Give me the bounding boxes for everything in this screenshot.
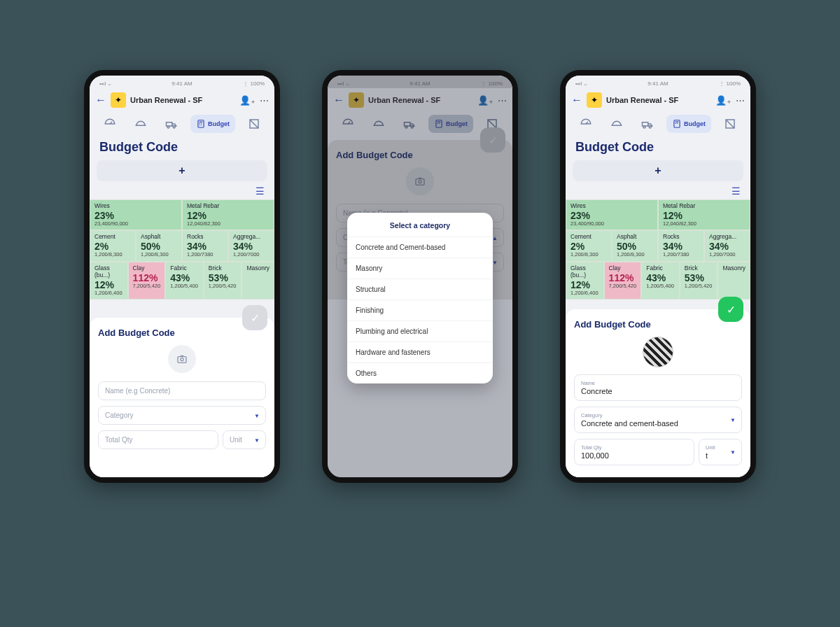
unit-field[interactable]: Unit▼ [223,430,266,449]
page-title: Budget Code [90,139,274,160]
category-field[interactable]: Category▼ [98,406,266,425]
tile-masonry[interactable]: Masonry [241,262,274,300]
back-icon[interactable]: ← [571,94,582,106]
svg-point-16 [649,126,651,128]
page-title: Budget Code [566,139,750,160]
more-icon[interactable]: ⋯ [260,95,269,106]
chevron-down-icon: ▼ [730,417,736,423]
category-option[interactable]: Hardware and fasteners [347,341,493,362]
status-time: 9:41 AM [566,80,750,87]
tile-rebar[interactable]: Metal Rebar12%12,040/82,300 [182,199,274,230]
category-option[interactable]: Masonry [347,258,493,279]
back-icon[interactable]: ← [95,94,106,106]
tile-clay[interactable]: Clay112%7,200/5,420 [128,262,166,300]
helmet-icon[interactable] [605,115,629,133]
status-time: 9:41 AM [90,80,274,87]
chevron-down-icon: ▼ [254,412,260,418]
tile-wires[interactable]: Wires23%23,400/90,000 [90,199,182,230]
gauge-icon[interactable] [98,115,122,133]
category-option[interactable]: Structural [347,279,493,300]
tile-fabric[interactable]: Fabric43%1,200/5,400 [165,262,204,300]
calculator-icon [196,119,206,129]
unit-field[interactable]: Unitt▼ [699,439,742,465]
budget-grid: Wires23%23,400/90,000 Metal Rebar12%12,0… [90,199,274,300]
truck-icon[interactable] [636,115,659,133]
status-bar: ••ıl ⌵ 9:41 AM ⋮100% [90,76,274,88]
app-header: ← ✦ Urban Renewal - SF 👤₊ ⋯ [90,88,274,112]
popup-title: Select a category [347,213,493,237]
tile-asphalt[interactable]: Asphalt50%1,200/8,300 [612,230,658,261]
material-thumbnail[interactable] [643,337,673,367]
tile-fabric[interactable]: Fabric43%1,200/5,400 [641,262,680,300]
add-button[interactable]: + [573,160,743,181]
tab-budget[interactable]: Budget [666,115,711,133]
tile-cement[interactable]: Cement2%1,200/8,300 [566,230,612,261]
tab-bar: Budget [566,112,750,139]
header-title: Urban Renewal - SF [130,96,235,104]
add-user-icon[interactable]: 👤₊ [715,95,732,106]
tile-clay[interactable]: Clay112%7,200/5,420 [604,262,642,300]
category-field[interactable]: CategoryConcrete and cement-based▼ [574,407,742,433]
helmet-icon[interactable] [129,115,153,133]
add-user-icon[interactable]: 👤₊ [239,95,255,106]
app-logo-icon: ✦ [587,92,602,108]
svg-rect-14 [643,122,648,126]
svg-point-1 [167,126,169,128]
bottom-sheet: ✓ Add Budget Code Name (e.g Concrete) Ca… [90,318,274,477]
camera-icon[interactable] [168,345,196,373]
gauge-icon[interactable] [574,115,598,133]
phone-screen-2: ••ıl ⌵ 9:41 AM ⋮100% ← ✦ Urban Renewal -… [322,70,518,483]
tile-asphalt[interactable]: Asphalt50%1,200/8,300 [136,230,182,261]
tile-glass[interactable]: Glass (bu...)12%1,200/6,400 [566,262,604,300]
list-view-icon[interactable]: ☰ [732,185,741,197]
add-button[interactable]: + [97,160,267,181]
tile-brick[interactable]: Brick53%1,200/5,420 [680,262,718,300]
tile-brick[interactable]: Brick53%1,200/5,420 [204,262,242,300]
tile-rocks[interactable]: Rocks34%1,200/7380 [658,230,704,261]
tile-agg[interactable]: Aggrega...34%1,200/7000 [704,230,750,261]
phone-screen-3: ••ıl ⌵ 9:41 AM ⋮100% ← ✦ Urban Renewal -… [560,70,756,483]
svg-point-6 [181,358,183,361]
svg-rect-5 [178,357,186,363]
blueprint-icon[interactable] [242,115,266,133]
confirm-button[interactable]: ✓ [242,305,267,330]
sheet-title: Add Budget Code [574,319,742,330]
chevron-down-icon: ▼ [730,449,736,456]
svg-point-2 [173,126,175,128]
tab-bar: Budget [90,112,274,139]
category-option[interactable]: Finishing [347,300,493,320]
tile-rocks[interactable]: Rocks34%1,200/7380 [182,230,228,261]
sheet-title: Add Budget Code [98,327,266,338]
chevron-down-icon: ▼ [254,437,260,443]
category-popup: Select a category Concrete and Cement-ba… [347,213,493,383]
tile-cement[interactable]: Cement2%1,200/8,300 [90,230,136,261]
bottom-sheet: ✓ Add Budget Code NameConcrete CategoryC… [566,309,750,477]
tab-budget[interactable]: Budget [190,115,235,133]
qty-field[interactable]: Total Qty [98,430,218,449]
category-option[interactable]: Plumbing and electrical [347,320,493,341]
tile-rebar[interactable]: Metal Rebar12%12,040/82,300 [658,199,750,230]
category-option[interactable]: Concrete and Cement-based [347,237,493,258]
tab-budget-label: Budget [208,120,230,127]
truck-icon[interactable] [160,115,183,133]
blueprint-icon[interactable] [718,115,742,133]
name-field[interactable]: Name (e.g Concrete) [98,381,266,400]
tile-masonry[interactable]: Masonry [718,262,750,300]
svg-point-15 [643,126,645,128]
budget-grid: Wires23%23,400/90,000 Metal Rebar12%12,0… [566,199,750,300]
phone-screen-1: ••ıl ⌵ 9:41 AM ⋮100% ← ✦ Urban Renewal -… [84,70,280,483]
tile-wires[interactable]: Wires23%23,400/90,000 [566,199,658,230]
more-icon[interactable]: ⋯ [736,95,745,106]
svg-rect-0 [167,122,172,126]
category-option[interactable]: Others [347,362,493,383]
header-title: Urban Renewal - SF [606,96,711,104]
tile-agg[interactable]: Aggrega...34%1,200/7000 [228,230,274,261]
status-bar: ••ıl ⌵ 9:41 AM ⋮100% [566,76,750,88]
tile-glass[interactable]: Glass (bu...)12%1,200/6,400 [90,262,128,300]
list-view-icon[interactable]: ☰ [255,185,265,197]
qty-field[interactable]: Total Qty100,000 [574,439,694,465]
app-header: ← ✦ Urban Renewal - SF 👤₊ ⋯ [566,88,750,112]
confirm-button[interactable]: ✓ [718,297,743,322]
name-field[interactable]: NameConcrete [574,374,742,401]
app-logo-icon: ✦ [111,92,126,108]
